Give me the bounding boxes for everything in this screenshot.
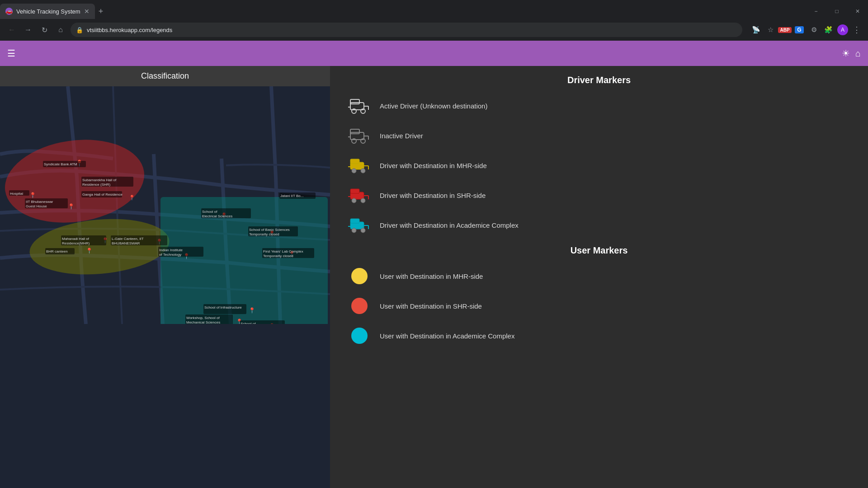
legend-item-user-shr: User with Destination in SHR-side: [348, 295, 850, 317]
legend-item-active-driver: Active Driver (Unknown destination): [348, 94, 850, 117]
map-container[interactable]: 📍 📍 📍 📍 📍 📍 📍 📍 📍 📍 📍 📍: [0, 86, 330, 488]
inactive-driver-label: Inactive Driver: [380, 132, 423, 140]
address-box[interactable]: 🔒 vtsiitbbs.herokuapp.com/legends: [71, 23, 742, 37]
avatar-button[interactable]: A: [836, 23, 849, 36]
svg-rect-62: [350, 99, 359, 104]
driver-shr-icon: [348, 184, 371, 206]
svg-text:of Technology: of Technology: [159, 253, 181, 257]
svg-text:Ganga Hall of Residence: Ganga Hall of Residence: [82, 192, 123, 197]
svg-rect-69: [350, 129, 359, 134]
legend-item-driver-academic: Driver with Destination in Academice Com…: [348, 214, 850, 236]
svg-text:Workshop, School of: Workshop, School of: [186, 316, 220, 320]
home-button[interactable]: ⌂: [54, 23, 67, 36]
svg-rect-83: [350, 189, 359, 193]
maximize-button[interactable]: □: [826, 4, 847, 19]
svg-text:First Years' Lab Complex: First Years' Lab Complex: [263, 249, 303, 253]
svg-text:Syndicate Bank ATM: Syndicate Bank ATM: [44, 162, 77, 166]
svg-text:School of: School of: [241, 322, 256, 324]
app-header: ☰ ☀ ⌂: [0, 41, 868, 66]
svg-text:Temporarily closed: Temporarily closed: [263, 254, 293, 258]
svg-text:Hospital: Hospital: [10, 192, 23, 196]
svg-text:📍: 📍: [129, 194, 135, 201]
svg-text:Subarnarekha Hall of: Subarnarekha Hall of: [82, 178, 117, 182]
driver-mhr-label: Driver with Destination in MHR-side: [380, 162, 487, 169]
academic-dot: [351, 328, 368, 344]
svg-text:School of Basic Sciences: School of Basic Sciences: [249, 228, 290, 232]
weather-icon[interactable]: ☀: [842, 48, 850, 59]
user-mhr-label: User with Destination in MHR-side: [380, 272, 483, 280]
g-badge: G: [795, 26, 803, 33]
shr-dot: [351, 298, 368, 314]
svg-point-80: [361, 169, 365, 173]
legend-item-inactive-driver: Inactive Driver: [348, 124, 850, 147]
abp-badge: ABP: [778, 27, 791, 33]
address-text: vtsiitbbs.herokuapp.com/legends: [87, 27, 737, 33]
header-right: ☀ ⌂: [842, 48, 861, 59]
browser-actions: 📡 ☆ ABP G ⚙ 🧩 A ⋮: [750, 23, 863, 36]
driver-academic-label: Driver with Destination in Academice Com…: [380, 221, 519, 229]
legend-item-user-mhr: User with Destination in MHR-side: [348, 265, 850, 287]
abp-button[interactable]: ABP: [778, 23, 791, 36]
svg-text:BHUBANESWAR: BHUBANESWAR: [112, 241, 140, 245]
user-academic-label: User with Destination in Academice Compl…: [380, 332, 514, 340]
svg-point-87: [361, 198, 365, 203]
active-tab[interactable]: 🚗 Vehicle Tracking System ✕: [0, 4, 95, 19]
svg-text:📍: 📍: [86, 247, 93, 254]
forward-button[interactable]: →: [22, 23, 34, 36]
svg-text:Residence (SHR): Residence (SHR): [82, 183, 111, 187]
driver-mhr-icon: [348, 154, 371, 177]
browser-chrome: 🚗 Vehicle Tracking System ✕ + − □ ✕ ← → …: [0, 0, 868, 41]
refresh-button[interactable]: ↻: [38, 23, 51, 36]
svg-text:Temporarily closed: Temporarily closed: [249, 232, 279, 236]
cast-icon[interactable]: 📡: [750, 23, 762, 36]
driver-academic-icon: [348, 214, 371, 236]
svg-point-79: [352, 169, 356, 173]
map-section: Classification: [0, 66, 330, 488]
inactive-driver-icon: [348, 124, 371, 147]
tab-title: Vehicle Tracking System: [16, 8, 80, 15]
lock-icon: 🔒: [76, 27, 83, 33]
svg-text:📍: 📍: [29, 192, 36, 198]
active-driver-label: Active Driver (Unknown destination): [380, 102, 487, 110]
back-button[interactable]: ←: [5, 23, 18, 36]
svg-text:📍: 📍: [68, 203, 75, 210]
map-title: Classification: [0, 66, 330, 86]
svg-rect-90: [350, 219, 359, 223]
tab-bar: 🚗 Vehicle Tracking System ✕ + − □ ✕: [0, 0, 868, 19]
legend-item-driver-shr: Driver with Destination in SHR-side: [348, 184, 850, 206]
tab-favicon: 🚗: [5, 8, 13, 15]
new-tab-button[interactable]: +: [95, 7, 107, 16]
user-avatar: A: [837, 24, 848, 35]
legend-item-driver-mhr: Driver with Destination in MHR-side: [348, 154, 850, 177]
close-button[interactable]: ✕: [847, 4, 868, 19]
tab-close-button[interactable]: ✕: [84, 8, 90, 15]
extensions-icon[interactable]: 🧩: [822, 23, 835, 36]
svg-text:Guest House: Guest House: [26, 204, 47, 208]
map-roads-svg: 📍 📍 📍 📍 📍 📍 📍 📍 📍 📍 📍 📍: [0, 86, 330, 324]
driver-markers-heading: Driver Markers: [348, 75, 850, 85]
active-driver-icon: [348, 94, 371, 117]
settings-icon[interactable]: ⚙: [807, 23, 820, 36]
svg-text:Mahanadi Hall of: Mahanadi Hall of: [62, 237, 90, 241]
svg-point-93: [352, 228, 356, 233]
svg-point-94: [361, 228, 365, 233]
legend-item-user-academic: User with Destination in Academice Compl…: [348, 324, 850, 347]
mhr-dot: [351, 268, 368, 284]
grammarly-button[interactable]: G: [793, 23, 806, 36]
bookmark-star-icon[interactable]: ☆: [764, 23, 777, 36]
hamburger-menu-button[interactable]: ☰: [7, 48, 15, 59]
svg-text:Mechanical Sciences: Mechanical Sciences: [186, 320, 220, 324]
home-icon[interactable]: ⌂: [855, 48, 861, 59]
svg-text:School of Infrastructure: School of Infrastructure: [204, 305, 242, 310]
user-markers-heading: User Markers: [348, 245, 850, 256]
main-content: Classification: [0, 66, 868, 488]
user-shr-icon: [348, 295, 371, 317]
svg-text:IIT Bhubaneswar: IIT Bhubaneswar: [26, 200, 53, 204]
svg-text:BHR canteen: BHR canteen: [46, 249, 68, 253]
chrome-menu-button[interactable]: ⋮: [851, 25, 863, 35]
user-shr-label: User with Destination in SHR-side: [380, 302, 482, 310]
svg-text:Residence(MHR): Residence(MHR): [62, 241, 90, 245]
minimize-button[interactable]: −: [806, 4, 826, 19]
svg-text:Indian Institute: Indian Institute: [159, 248, 183, 252]
svg-text:📍: 📍: [249, 307, 255, 314]
